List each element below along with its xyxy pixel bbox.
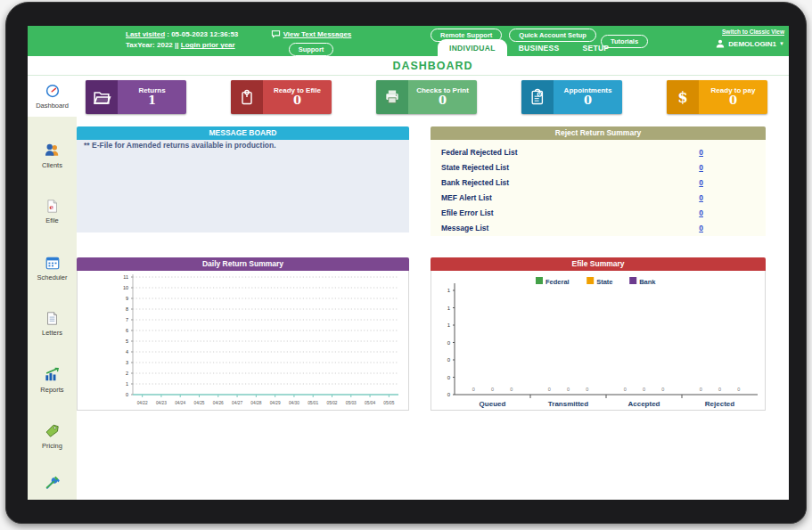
svg-text:04/22: 04/22 <box>137 401 148 405</box>
card-checks-to-print[interactable]: Checks to Print0 <box>376 80 477 114</box>
svg-text:e: e <box>50 203 54 211</box>
svg-text:7: 7 <box>126 317 128 322</box>
sidebar-item-letters[interactable]: Letters <box>28 296 77 352</box>
sidebar-section: ClientseEfileSchedulerLettersReportsPric… <box>28 117 77 500</box>
reject-row-count-link[interactable]: 0 <box>699 193 703 202</box>
svg-text:04/30: 04/30 <box>289 401 299 405</box>
svg-text:2: 2 <box>126 371 128 376</box>
sidebar-item-label: Letters <box>42 329 62 337</box>
nav-tabs: INDIVIDUALBUSINESSSETUP <box>438 39 620 56</box>
switch-to-classic-view-link[interactable]: Switch to Classic View <box>715 29 784 35</box>
reject-row-label: Message List <box>441 224 488 232</box>
user-menu[interactable]: DEMOLOGIN1 ▼ <box>715 38 784 49</box>
svg-text:11: 11 <box>123 274 128 280</box>
svg-text:Accepted: Accepted <box>627 400 660 408</box>
svg-text:04/27: 04/27 <box>232 401 242 405</box>
reject-row-message-list: Message List0 <box>431 220 766 235</box>
reject-row-mef-alert-list: MEF Alert List0 <box>431 190 766 205</box>
card-value: 0 <box>584 94 592 107</box>
sidebar-item-label: Reports <box>40 386 63 394</box>
tab-individual[interactable]: INDIVIDUAL <box>438 39 507 56</box>
user-cluster: Switch to Classic View DEMOLOGIN1 ▼ <box>715 29 784 49</box>
reject-row-efile-error-list: Efile Error List0 <box>431 205 766 220</box>
login-prior-year-link[interactable]: Login prior year <box>181 41 235 49</box>
tab-setup[interactable]: SETUP <box>571 39 621 56</box>
svg-text:Rejected: Rejected <box>705 400 734 408</box>
daily-return-summary-header: Daily Return Summary <box>77 257 409 271</box>
last-visited-link[interactable]: Last visited <box>126 30 165 38</box>
svg-text:Queued: Queued <box>480 400 506 408</box>
view-text-messages-link[interactable]: View Text Messages <box>262 29 360 39</box>
sidebar-item-label: Dashboard <box>36 102 69 110</box>
gauge-icon <box>45 83 61 99</box>
sidebar: DashboardClientseEfileSchedulerLettersRe… <box>28 76 77 500</box>
card-returns[interactable]: Returns1 <box>86 80 186 114</box>
sidebar-item-reports[interactable]: Reports <box>28 352 77 408</box>
svg-text:04/29: 04/29 <box>270 401 281 405</box>
svg-text:0: 0 <box>447 340 451 346</box>
reject-row-count-link[interactable]: 0 <box>699 163 703 172</box>
svg-text:04/24: 04/24 <box>175 401 185 405</box>
reject-row-count-link[interactable]: 0 <box>699 148 703 157</box>
sidebar-item-label: Pricing <box>42 442 62 450</box>
svg-text:Bank: Bank <box>639 278 656 286</box>
tools-icon <box>44 474 61 491</box>
card-ready-to-efile[interactable]: Ready to Efile0 <box>231 80 332 114</box>
reject-row-count-link[interactable]: 0 <box>699 224 703 232</box>
reject-row-label: Federal Rejected List <box>441 148 518 157</box>
view-text-messages-label: View Text Messages <box>283 30 352 38</box>
svg-text:05/03: 05/03 <box>346 401 357 405</box>
svg-text:0: 0 <box>567 387 570 392</box>
sidebar-item-clients[interactable]: Clients <box>28 127 77 183</box>
clients-icon <box>44 142 61 159</box>
sidebar-item-label: Efile <box>45 216 59 224</box>
sidebar-item-dashboard[interactable]: Dashboard <box>28 76 77 117</box>
svg-text:4: 4 <box>126 349 128 355</box>
tax-year-value: 2022 <box>157 41 173 49</box>
reject-row-label: State Rejected List <box>441 163 509 172</box>
svg-text:$: $ <box>677 89 687 106</box>
card-value: 1 <box>148 94 156 107</box>
svg-text:04/26: 04/26 <box>213 401 224 405</box>
page-title-row: DASHBOARD <box>28 56 789 76</box>
clipboard-icon <box>521 80 554 114</box>
card-value: 0 <box>293 94 301 107</box>
svg-text:1: 1 <box>447 288 451 293</box>
svg-text:0: 0 <box>548 387 551 392</box>
svg-text:0: 0 <box>447 392 451 397</box>
tab-business[interactable]: BUSINESS <box>507 39 571 56</box>
charts-row: Daily Return Summary 0123456789101104/22… <box>77 257 766 411</box>
panels-row: MESSAGE BOARD ** E-File for Amended retu… <box>77 126 766 236</box>
svg-text:0: 0 <box>586 387 588 392</box>
reports-icon <box>44 366 61 383</box>
card-ready-to-pay[interactable]: $Ready to pay0 <box>667 80 767 114</box>
reject-row-bank-rejected-list: Bank Rejected List0 <box>431 175 766 190</box>
reject-row-label: Efile Error List <box>441 208 494 217</box>
reject-row-count-link[interactable]: 0 <box>699 178 703 187</box>
sidebar-item-tools[interactable] <box>28 464 77 500</box>
sidebar-item-label: Clients <box>42 161 62 169</box>
person-icon <box>715 38 726 49</box>
folder-icon <box>86 80 118 114</box>
reject-row-count-link[interactable]: 0 <box>699 208 703 217</box>
efile-summary-chart: FederalStateBank0000111000Queued000Trans… <box>431 271 766 411</box>
svg-text:0: 0 <box>700 387 702 392</box>
card-value: 0 <box>729 94 737 107</box>
svg-text:04/28: 04/28 <box>250 401 261 405</box>
divider: || <box>175 41 178 49</box>
sidebar-item-pricing[interactable]: Pricing <box>28 408 77 464</box>
sidebar-item-scheduler[interactable]: Scheduler <box>28 240 77 296</box>
card-appointments[interactable]: Appointments0 <box>521 80 622 114</box>
summary-cards: Returns1Ready to Efile0Checks to Print0A… <box>77 76 789 114</box>
svg-text:0: 0 <box>661 387 664 392</box>
svg-text:0: 0 <box>737 387 740 392</box>
sidebar-item-efile[interactable]: eEfile <box>28 183 77 240</box>
svg-text:05/01: 05/01 <box>308 401 318 405</box>
svg-text:1: 1 <box>447 322 451 328</box>
svg-text:Federal: Federal <box>545 278 570 286</box>
efile-icon: e <box>45 199 60 214</box>
support-button[interactable]: Support <box>289 43 334 56</box>
top-navigation-bar: Last visited : 05-05-2023 12:36:53 TaxYe… <box>28 26 789 56</box>
svg-text:0: 0 <box>447 357 451 363</box>
daily-return-chart: 0123456789101104/2204/2304/2404/2504/260… <box>77 271 409 411</box>
